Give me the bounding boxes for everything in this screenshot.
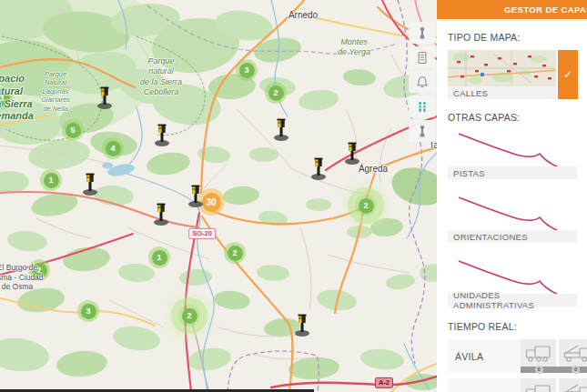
- road-markers-icon: [416, 100, 429, 114]
- layer-item-pistas[interactable]: PISTAS: [448, 130, 577, 179]
- real-time-section-label: TIEMPO REAL:: [448, 321, 587, 332]
- bell-icon: [416, 75, 429, 89]
- cluster-marker[interactable]: 2: [178, 305, 200, 327]
- snowplow-truck-icon: [525, 383, 552, 392]
- flatbed-tile[interactable]: [559, 339, 587, 367]
- info-panel-icon: [416, 51, 429, 65]
- map-label: Arnedo: [288, 10, 318, 22]
- map-label: Parque natural de la Sierra Cebollera: [140, 56, 182, 97]
- camera-pole-icon: [416, 125, 429, 138]
- cluster-marker[interactable]: 2: [355, 195, 377, 216]
- layer-label: ORIENTACIONES: [448, 230, 577, 243]
- pink-curve-icon: [448, 194, 577, 230]
- layer-label: PISTAS: [448, 166, 577, 179]
- vehicle-count-bar: 0 0: [521, 367, 587, 373]
- camera-layer-button[interactable]: [409, 22, 435, 44]
- map-type-card: CALLES ✓: [448, 50, 587, 99]
- cluster-marker[interactable]: 1: [40, 169, 62, 191]
- cluster-count: 2: [182, 308, 197, 324]
- traffic-camera-icon: [310, 157, 328, 180]
- cluster-count: 2: [268, 85, 284, 101]
- camera-marker[interactable]: [153, 203, 170, 226]
- pink-curve-icon: [448, 257, 577, 294]
- map-type-caption: CALLES: [448, 86, 556, 99]
- map-type-option-calles[interactable]: CALLES: [448, 50, 556, 99]
- count-badge: 0: [572, 366, 580, 374]
- traffic-camera-icon: [82, 173, 99, 196]
- map-type-selected-check-button[interactable]: ✓: [558, 50, 578, 99]
- cluster-count: 2: [359, 198, 374, 214]
- app-window: 35432130212232: [0, 0, 587, 392]
- map-label: Ágreda: [359, 164, 388, 176]
- cluster-marker[interactable]: 2: [265, 82, 287, 104]
- cluster-count: 1: [44, 173, 59, 188]
- camera-marker[interactable]: [187, 185, 205, 207]
- camera-marker[interactable]: [154, 124, 171, 146]
- map-area[interactable]: 35432130212232: [0, 0, 437, 392]
- camera-marker[interactable]: [344, 142, 361, 165]
- panel-title: GESTOR DE CAPAS: [504, 5, 587, 15]
- other-layers-section-label: OTRAS CAPAS:: [448, 112, 587, 123]
- count-badge: 0: [535, 366, 543, 374]
- map-toolbar: [409, 22, 435, 142]
- camera-marker[interactable]: [310, 157, 328, 180]
- province-label: ÁVILA: [448, 339, 521, 373]
- check-icon: ✓: [563, 68, 572, 81]
- traffic-camera-icon: [154, 124, 171, 146]
- layer-label: UNIDADES ADMINISTRATIVAS: [448, 294, 577, 307]
- info-panels-button[interactable]: [409, 46, 435, 68]
- mini-map-icon: [448, 50, 556, 86]
- snowplow-truck-icon: [525, 344, 552, 362]
- snowplow-tile[interactable]: [521, 378, 556, 392]
- camera-pole-button[interactable]: [409, 120, 435, 142]
- map-label: Parque Natural Lagunas Glaciares de Neil…: [41, 70, 70, 113]
- cluster-count: 5: [66, 123, 81, 138]
- realtime-row-avila[interactable]: ÁVILA: [448, 339, 587, 373]
- realtime-row-burgos[interactable]: BURGOS: [448, 378, 587, 392]
- vehicle-tiles: 0 0: [521, 339, 587, 373]
- cluster-marker[interactable]: 4: [102, 137, 124, 159]
- province-label: BURGOS: [448, 378, 521, 392]
- flatbed-truck-icon: [563, 344, 587, 362]
- layer-item-unidades-administrativas[interactable]: UNIDADES ADMINISTRATIVAS: [448, 257, 577, 307]
- map-markers: 35432130212232: [0, 0, 437, 392]
- panel-header: GESTOR DE CAPAS: [437, 0, 587, 19]
- traffic-camera-icon: [187, 185, 205, 207]
- traffic-camera-icon: [294, 314, 311, 337]
- cluster-count: 30: [202, 193, 221, 212]
- calles-map-thumbnail: [448, 50, 556, 86]
- camera-pole-icon: [416, 26, 429, 40]
- map-type-section-label: TIPO DE MAPA:: [448, 32, 587, 43]
- cluster-marker[interactable]: 3: [236, 59, 258, 81]
- alerts-button[interactable]: [409, 71, 435, 93]
- vehicle-tiles: 0 0: [521, 378, 587, 392]
- panel-body: TIPO DE MAPA:: [437, 32, 587, 392]
- road-ref-shield: SO-20: [188, 228, 216, 239]
- map-label: Montes de Yerga: [338, 37, 370, 58]
- snowplow-tile[interactable]: [521, 339, 556, 367]
- road-ref-shield: A-2: [375, 377, 393, 388]
- cluster-marker[interactable]: 1: [148, 246, 170, 268]
- camera-marker[interactable]: [82, 173, 99, 196]
- traffic-camera-icon: [273, 118, 290, 141]
- layer-item-orientaciones[interactable]: ORIENTACIONES: [448, 194, 577, 243]
- camera-marker[interactable]: [294, 314, 311, 337]
- cluster-count: 4: [106, 141, 121, 156]
- pink-curve-icon: [448, 130, 577, 166]
- camera-marker[interactable]: [273, 118, 290, 141]
- cluster-count: 3: [239, 63, 255, 78]
- flatbed-tile[interactable]: [559, 378, 587, 392]
- cluster-marker[interactable]: 5: [62, 119, 84, 141]
- cluster-count: 1: [152, 250, 167, 266]
- flatbed-truck-icon: [563, 383, 587, 392]
- traffic-camera-icon: [344, 142, 361, 165]
- layer-manager-panel: GESTOR DE CAPAS TIPO DE MAPA:: [437, 0, 587, 392]
- road-stations-button[interactable]: [409, 95, 435, 117]
- traffic-camera-icon: [96, 86, 114, 109]
- camera-marker[interactable]: [96, 86, 114, 109]
- map-label: El Burgo de Osma - Ciudad de Osma: [0, 263, 44, 292]
- cluster-marker[interactable]: 3: [77, 300, 99, 322]
- cluster-marker[interactable]: 2: [224, 242, 246, 264]
- cluster-count: 2: [228, 246, 243, 261]
- traffic-camera-icon: [153, 203, 170, 226]
